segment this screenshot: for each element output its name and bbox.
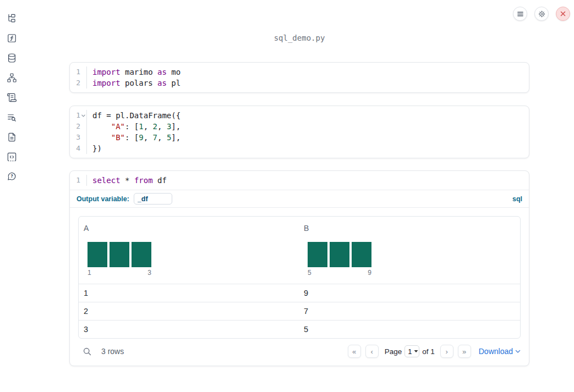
last-page-button[interactable]: » bbox=[458, 345, 471, 358]
histogram-min-label: 5 bbox=[308, 269, 311, 277]
code-line[interactable]: 3 "B": [9, 7, 5], bbox=[70, 132, 529, 143]
table-cell: 5 bbox=[299, 325, 520, 334]
code-text: "A": [1, 2, 3], bbox=[87, 121, 181, 132]
prev-page-button[interactable]: ‹ bbox=[365, 345, 379, 358]
code-text: df = pl.DataFrame({ bbox=[87, 110, 181, 121]
output-variable-label: Output variable: bbox=[76, 195, 129, 203]
code-text: import marimo as mo bbox=[87, 67, 181, 78]
page-label: Page bbox=[385, 347, 402, 356]
code-text: "B": [9, 7, 5], bbox=[87, 132, 181, 143]
help-icon[interactable]: ? bbox=[5, 170, 18, 183]
code-cell-imports[interactable]: 1import marimo as mo2import polars as pl bbox=[69, 62, 529, 93]
table-row[interactable]: 19 bbox=[79, 284, 520, 302]
sql-code-editor[interactable]: 1select * from df bbox=[70, 171, 529, 190]
output-variable-input[interactable] bbox=[134, 193, 172, 205]
marimo-notebook-app: ? sql_demo.py 1import marimo as mo2impor… bbox=[0, 0, 574, 392]
line-number: 2 bbox=[70, 78, 87, 89]
table-cell: 7 bbox=[299, 307, 520, 316]
sql-cell[interactable]: 1select * from df Output variable: sql A… bbox=[69, 170, 529, 366]
table-cell: 3 bbox=[79, 325, 299, 334]
code-editor[interactable]: 1df = pl.DataFrame({2 "A": [1, 2, 3],3 "… bbox=[70, 106, 529, 158]
code-line[interactable]: 1select * from df bbox=[70, 175, 529, 186]
settings-button[interactable] bbox=[534, 7, 549, 21]
notebook-menu-button[interactable] bbox=[513, 7, 527, 21]
histogram-bar bbox=[330, 242, 349, 267]
code-line[interactable]: 2 "A": [1, 2, 3], bbox=[70, 121, 529, 132]
file-explorer-icon[interactable] bbox=[5, 12, 18, 25]
chevron-down-icon bbox=[515, 350, 521, 354]
code-text: import polars as pl bbox=[87, 78, 181, 89]
datasources-icon[interactable] bbox=[5, 51, 18, 64]
column-name: B bbox=[304, 224, 520, 233]
column-histogram: 59 bbox=[308, 242, 371, 277]
table-footer: 3 rows « ‹ Page 1 of 1 › » Download bbox=[78, 339, 521, 366]
row-count: 3 rows bbox=[101, 347, 124, 356]
code-line[interactable]: 2import polars as pl bbox=[70, 78, 529, 89]
table-output-area: A13B59 192735 3 rows « ‹ Page 1 bbox=[70, 207, 529, 366]
code-text: select * from df bbox=[87, 175, 167, 186]
column-histogram: 13 bbox=[88, 242, 151, 277]
line-number: 1 bbox=[70, 110, 87, 121]
close-icon bbox=[560, 10, 566, 17]
table-of-contents-search-icon[interactable] bbox=[5, 111, 18, 124]
search-rows-button[interactable] bbox=[83, 347, 92, 356]
logs-icon[interactable] bbox=[5, 91, 18, 104]
next-page-button[interactable]: › bbox=[440, 345, 453, 358]
gear-icon bbox=[538, 10, 546, 18]
shutdown-button[interactable] bbox=[556, 7, 570, 21]
line-number: 3 bbox=[70, 132, 87, 143]
histogram-bar bbox=[132, 242, 151, 267]
dependency-graph-icon[interactable] bbox=[5, 71, 18, 84]
histogram-min-label: 1 bbox=[88, 269, 91, 277]
documentation-icon[interactable] bbox=[5, 130, 18, 143]
code-line[interactable]: 1df = pl.DataFrame({ bbox=[70, 110, 529, 121]
page-select-wrap: 1 bbox=[404, 345, 419, 357]
functions-icon[interactable] bbox=[5, 31, 18, 45]
histogram-bar bbox=[110, 242, 129, 267]
code-text: }) bbox=[87, 143, 102, 154]
download-button[interactable]: Download bbox=[479, 347, 521, 356]
pagination: « ‹ Page 1 of 1 › » Download bbox=[348, 345, 521, 358]
column-header-a[interactable]: A13 bbox=[79, 224, 299, 277]
hamburger-menu-icon bbox=[517, 10, 524, 18]
table-row[interactable]: 27 bbox=[79, 302, 520, 320]
histogram-bar bbox=[308, 242, 327, 267]
code-line[interactable]: 4}) bbox=[70, 143, 529, 154]
column-header-b[interactable]: B59 bbox=[299, 224, 520, 277]
histogram-max-label: 3 bbox=[147, 269, 151, 277]
histogram-bar bbox=[88, 242, 107, 267]
search-icon bbox=[83, 347, 92, 356]
code-line[interactable]: 1import marimo as mo bbox=[70, 67, 529, 78]
line-number: 1 bbox=[70, 175, 87, 186]
line-number: 4 bbox=[70, 143, 87, 154]
table-cell: 9 bbox=[299, 289, 520, 297]
download-label: Download bbox=[479, 347, 513, 356]
dataframe-table: A13B59 192735 bbox=[78, 216, 521, 339]
line-number: 2 bbox=[70, 121, 87, 132]
top-right-actions bbox=[513, 7, 570, 21]
table-cell: 1 bbox=[79, 289, 299, 297]
histogram-bar bbox=[352, 242, 371, 267]
column-name: A bbox=[84, 224, 299, 233]
table-row[interactable]: 35 bbox=[79, 320, 520, 338]
table-rows: 192735 bbox=[79, 284, 520, 338]
language-badge: sql bbox=[512, 195, 522, 203]
helper-panel-sidebar: ? bbox=[5, 12, 18, 190]
scratchpad-icon[interactable] bbox=[5, 150, 18, 163]
svg-text:?: ? bbox=[10, 174, 13, 179]
fold-chevron-icon[interactable] bbox=[81, 113, 86, 118]
page-select[interactable]: 1 bbox=[404, 345, 419, 357]
first-page-button[interactable]: « bbox=[348, 345, 361, 358]
sql-meta-row: Output variable: sql bbox=[70, 190, 529, 207]
notebook-filename[interactable]: sql_demo.py bbox=[69, 34, 529, 42]
code-editor[interactable]: 1import marimo as mo2import polars as pl bbox=[70, 63, 529, 92]
line-number: 1 bbox=[70, 67, 87, 78]
code-cell-dataframe[interactable]: 1df = pl.DataFrame({2 "A": [1, 2, 3],3 "… bbox=[69, 106, 529, 158]
histogram-max-label: 9 bbox=[368, 269, 371, 277]
table-column-headers: A13B59 bbox=[79, 217, 520, 284]
table-cell: 2 bbox=[79, 307, 299, 316]
page-of-label: of 1 bbox=[422, 347, 435, 356]
